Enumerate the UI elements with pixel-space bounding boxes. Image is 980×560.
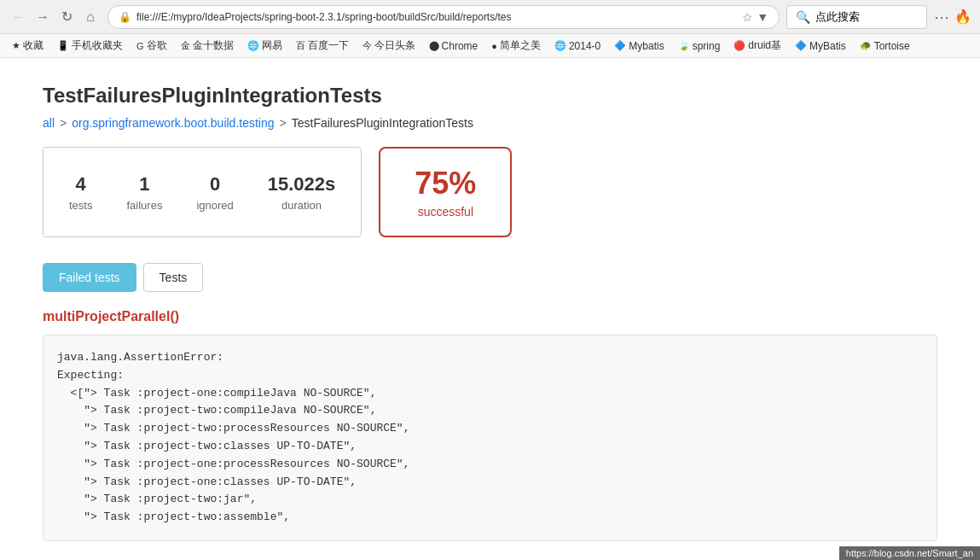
home-button[interactable]: ⌂ [80,7,101,27]
bookmark-chrome[interactable]: ⬤ Chrome [426,38,482,54]
bookmark-baidu[interactable]: 百 百度一下 [293,37,352,55]
address-dropdown-icon[interactable]: ▼ [757,10,768,24]
stat-duration: 15.022s duration [268,173,336,212]
star-icon: ★ [12,40,20,51]
bookmark-label: Mybatis [629,40,664,52]
ignored-label: ignored [196,199,233,212]
baidu-icon: 百 [296,39,305,52]
bookmark-druid[interactable]: 🔴 druid基 [730,37,785,55]
bookmark-mybatis1[interactable]: 🔷 Mybatis [611,38,667,54]
tortoise-icon: 🐢 [860,40,872,51]
ignored-count: 0 [196,173,233,195]
bookmark-simple[interactable]: ● 简单之美 [488,37,544,55]
back-button[interactable]: ← [9,7,29,27]
bookmark-label: 手机收藏夹 [72,38,123,53]
simple-icon: ● [491,41,497,51]
nav-buttons: ← → ↻ ⌂ [9,7,101,27]
spring-icon: 🍃 [678,40,690,51]
duration-label: duration [268,199,336,212]
failed-test-name: multiProjectParallel() [43,309,937,324]
tab-tests[interactable]: Tests [143,263,204,292]
toutiao-icon: 今 [362,39,372,52]
bookmark-label: Tortoise [874,40,910,52]
tests-label: tests [69,199,92,212]
bookmark-label: 收藏 [23,38,43,53]
success-box: 75% successful [379,147,512,237]
stat-failures: 1 failures [126,173,162,212]
bookmark-tortoise[interactable]: 🐢 Tortoise [856,38,913,54]
mybatis2-icon: 🔷 [795,40,807,51]
bookmark-gold[interactable]: 金 金十数据 [177,37,237,55]
bookmark-label: 谷歌 [147,38,167,53]
bookmark-mobile[interactable]: 📱 手机收藏夹 [54,37,126,55]
duration-value: 15.022s [268,173,336,195]
google-icon: G [136,41,144,51]
browser-toolbar: ← → ↻ ⌂ 🔒 file:///E:/mypro/IdeaProjects/… [0,0,980,34]
failures-label: failures [126,199,162,212]
address-text: file:///E:/mypro/IdeaProjects/spring-boo… [136,11,737,23]
bookmark-toutiao[interactable]: 今 今日头条 [359,37,419,55]
bookmark-label: MyBatis [809,40,846,52]
bookmark-label: 2014-0 [569,40,600,52]
bookmark-163[interactable]: 🌐 网易 [244,37,286,55]
mobile-icon: 📱 [57,40,69,51]
code-block: java.lang.AssertionError: Expecting: <["… [43,335,937,541]
mybatis1-icon: 🔷 [614,40,626,51]
breadcrumb-package-link[interactable]: org.springframework.boot.build.testing [72,116,274,130]
success-percent: 75% [415,166,476,201]
status-bar: https://blog.csdn.net/Smart_an [839,546,980,560]
breadcrumb-all-link[interactable]: all [43,116,55,130]
bookmark-label: Chrome [442,40,478,52]
stat-tests: 4 tests [69,173,92,212]
stats-container: 4 tests 1 failures 0 ignored 15.022s dur… [43,147,937,237]
bookmark-label: 简单之美 [500,38,541,53]
bookmark-label: druid基 [748,38,781,53]
tab-failed-tests[interactable]: Failed tests [43,263,136,292]
address-bar[interactable]: 🔒 file:///E:/mypro/IdeaProjects/spring-b… [107,5,780,29]
breadcrumb: all > org.springframework.boot.build.tes… [43,116,937,130]
2014-icon: 🌐 [554,40,566,51]
tests-count: 4 [69,173,92,195]
menu-dots-icon[interactable]: ⋯ [934,8,949,26]
bookmark-label: 网易 [262,38,282,53]
forward-button[interactable]: → [32,7,53,27]
tabs: Failed tests Tests [43,263,937,292]
druid-icon: 🔴 [734,40,745,51]
browser-chrome: ← → ↻ ⌂ 🔒 file:///E:/mypro/IdeaProjects/… [0,0,980,58]
success-label: successful [415,205,476,219]
bookmarks-bar: ★ 收藏 📱 手机收藏夹 G 谷歌 金 金十数据 🌐 网易 百 百度一下 今 今… [0,34,980,58]
lock-icon: 🔒 [119,11,131,23]
bookmark-mybatis2[interactable]: 🔷 MyBatis [792,38,850,54]
refresh-button[interactable]: ↻ [56,7,77,27]
bookmark-label: 金十数据 [193,38,234,53]
search-bar[interactable]: 🔍 [786,5,927,29]
stats-box: 4 tests 1 failures 0 ignored 15.022s dur… [43,147,362,237]
search-input[interactable] [815,10,918,23]
search-icon: 🔍 [796,10,810,24]
bookmark-label: spring [693,40,721,52]
breadcrumb-sep1: > [60,116,67,130]
browser-menu: ⋯ 🔥 [934,8,971,26]
page-title: TestFailuresPluginIntegrationTests [43,84,937,108]
chrome-icon: ⬤ [429,40,439,51]
bookmark-2014[interactable]: 🌐 2014-0 [551,38,604,54]
bookmark-star-icon[interactable]: ☆ [742,10,753,24]
163-icon: 🌐 [247,40,259,51]
bookmark-spring[interactable]: 🍃 spring [675,38,724,54]
breadcrumb-current: TestFailuresPluginIntegrationTests [292,116,473,130]
bookmark-label: 百度一下 [308,38,349,53]
bookmark-favorites[interactable]: ★ 收藏 [9,37,47,55]
flame-icon: 🔥 [954,9,971,25]
status-url: https://blog.csdn.net/Smart_an [846,548,973,558]
gold-icon: 金 [181,39,190,52]
failures-count: 1 [126,173,162,195]
stat-ignored: 0 ignored [196,173,233,212]
page-content: TestFailuresPluginIntegrationTests all >… [0,58,980,560]
breadcrumb-sep2: > [280,116,287,130]
bookmark-label: 今日头条 [374,38,415,53]
bookmark-google[interactable]: G 谷歌 [133,37,171,55]
address-right: ☆ ▼ [742,10,768,24]
